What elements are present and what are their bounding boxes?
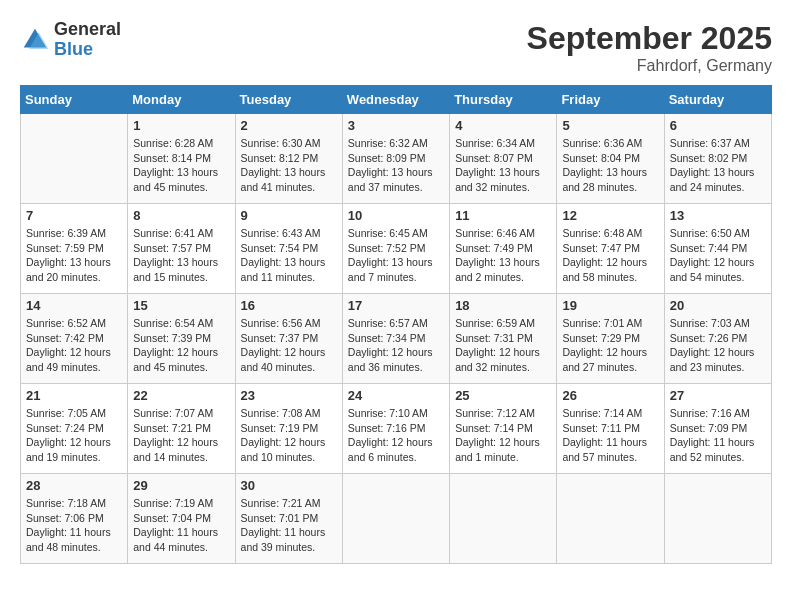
day-number: 8 xyxy=(133,208,229,223)
title-section: September 2025 Fahrdorf, Germany xyxy=(527,20,772,75)
day-info: Sunrise: 6:56 AMSunset: 7:37 PMDaylight:… xyxy=(241,316,337,375)
day-number: 13 xyxy=(670,208,766,223)
calendar-cell: 13Sunrise: 6:50 AMSunset: 7:44 PMDayligh… xyxy=(664,204,771,294)
month-year-title: September 2025 xyxy=(527,20,772,57)
logo: General Blue xyxy=(20,20,121,60)
day-number: 12 xyxy=(562,208,658,223)
calendar-cell xyxy=(342,474,449,564)
day-info: Sunrise: 6:39 AMSunset: 7:59 PMDaylight:… xyxy=(26,226,122,285)
calendar-week-1: 1Sunrise: 6:28 AMSunset: 8:14 PMDaylight… xyxy=(21,114,772,204)
day-number: 26 xyxy=(562,388,658,403)
day-info: Sunrise: 6:46 AMSunset: 7:49 PMDaylight:… xyxy=(455,226,551,285)
calendar-cell: 14Sunrise: 6:52 AMSunset: 7:42 PMDayligh… xyxy=(21,294,128,384)
calendar-cell: 11Sunrise: 6:46 AMSunset: 7:49 PMDayligh… xyxy=(450,204,557,294)
day-number: 5 xyxy=(562,118,658,133)
calendar-header: SundayMondayTuesdayWednesdayThursdayFrid… xyxy=(21,86,772,114)
logo-blue-text: Blue xyxy=(54,40,121,60)
day-info: Sunrise: 6:57 AMSunset: 7:34 PMDaylight:… xyxy=(348,316,444,375)
calendar-table: SundayMondayTuesdayWednesdayThursdayFrid… xyxy=(20,85,772,564)
calendar-cell: 18Sunrise: 6:59 AMSunset: 7:31 PMDayligh… xyxy=(450,294,557,384)
day-number: 25 xyxy=(455,388,551,403)
calendar-cell: 20Sunrise: 7:03 AMSunset: 7:26 PMDayligh… xyxy=(664,294,771,384)
day-info: Sunrise: 7:14 AMSunset: 7:11 PMDaylight:… xyxy=(562,406,658,465)
day-info: Sunrise: 6:28 AMSunset: 8:14 PMDaylight:… xyxy=(133,136,229,195)
calendar-cell: 5Sunrise: 6:36 AMSunset: 8:04 PMDaylight… xyxy=(557,114,664,204)
day-number: 4 xyxy=(455,118,551,133)
weekday-header-wednesday: Wednesday xyxy=(342,86,449,114)
calendar-cell: 30Sunrise: 7:21 AMSunset: 7:01 PMDayligh… xyxy=(235,474,342,564)
calendar-cell xyxy=(557,474,664,564)
day-info: Sunrise: 6:50 AMSunset: 7:44 PMDaylight:… xyxy=(670,226,766,285)
day-info: Sunrise: 7:05 AMSunset: 7:24 PMDaylight:… xyxy=(26,406,122,465)
day-number: 22 xyxy=(133,388,229,403)
day-info: Sunrise: 7:12 AMSunset: 7:14 PMDaylight:… xyxy=(455,406,551,465)
day-info: Sunrise: 7:03 AMSunset: 7:26 PMDaylight:… xyxy=(670,316,766,375)
calendar-cell: 24Sunrise: 7:10 AMSunset: 7:16 PMDayligh… xyxy=(342,384,449,474)
calendar-cell: 21Sunrise: 7:05 AMSunset: 7:24 PMDayligh… xyxy=(21,384,128,474)
day-number: 28 xyxy=(26,478,122,493)
day-number: 18 xyxy=(455,298,551,313)
calendar-cell: 17Sunrise: 6:57 AMSunset: 7:34 PMDayligh… xyxy=(342,294,449,384)
day-number: 14 xyxy=(26,298,122,313)
page-header: General Blue September 2025 Fahrdorf, Ge… xyxy=(20,20,772,75)
day-info: Sunrise: 6:48 AMSunset: 7:47 PMDaylight:… xyxy=(562,226,658,285)
calendar-cell xyxy=(21,114,128,204)
calendar-cell: 12Sunrise: 6:48 AMSunset: 7:47 PMDayligh… xyxy=(557,204,664,294)
calendar-cell: 6Sunrise: 6:37 AMSunset: 8:02 PMDaylight… xyxy=(664,114,771,204)
day-info: Sunrise: 6:34 AMSunset: 8:07 PMDaylight:… xyxy=(455,136,551,195)
calendar-cell: 7Sunrise: 6:39 AMSunset: 7:59 PMDaylight… xyxy=(21,204,128,294)
calendar-cell: 2Sunrise: 6:30 AMSunset: 8:12 PMDaylight… xyxy=(235,114,342,204)
day-number: 11 xyxy=(455,208,551,223)
day-number: 2 xyxy=(241,118,337,133)
calendar-cell: 9Sunrise: 6:43 AMSunset: 7:54 PMDaylight… xyxy=(235,204,342,294)
day-info: Sunrise: 7:16 AMSunset: 7:09 PMDaylight:… xyxy=(670,406,766,465)
day-info: Sunrise: 6:43 AMSunset: 7:54 PMDaylight:… xyxy=(241,226,337,285)
logo-general-text: General xyxy=(54,20,121,40)
day-number: 7 xyxy=(26,208,122,223)
weekday-header-sunday: Sunday xyxy=(21,86,128,114)
day-number: 19 xyxy=(562,298,658,313)
calendar-cell: 22Sunrise: 7:07 AMSunset: 7:21 PMDayligh… xyxy=(128,384,235,474)
calendar-cell: 19Sunrise: 7:01 AMSunset: 7:29 PMDayligh… xyxy=(557,294,664,384)
weekday-header-thursday: Thursday xyxy=(450,86,557,114)
calendar-cell: 3Sunrise: 6:32 AMSunset: 8:09 PMDaylight… xyxy=(342,114,449,204)
calendar-cell: 23Sunrise: 7:08 AMSunset: 7:19 PMDayligh… xyxy=(235,384,342,474)
calendar-week-3: 14Sunrise: 6:52 AMSunset: 7:42 PMDayligh… xyxy=(21,294,772,384)
calendar-cell: 16Sunrise: 6:56 AMSunset: 7:37 PMDayligh… xyxy=(235,294,342,384)
day-info: Sunrise: 6:36 AMSunset: 8:04 PMDaylight:… xyxy=(562,136,658,195)
day-info: Sunrise: 7:01 AMSunset: 7:29 PMDaylight:… xyxy=(562,316,658,375)
day-number: 15 xyxy=(133,298,229,313)
calendar-cell: 8Sunrise: 6:41 AMSunset: 7:57 PMDaylight… xyxy=(128,204,235,294)
day-info: Sunrise: 7:10 AMSunset: 7:16 PMDaylight:… xyxy=(348,406,444,465)
day-number: 1 xyxy=(133,118,229,133)
day-info: Sunrise: 6:54 AMSunset: 7:39 PMDaylight:… xyxy=(133,316,229,375)
day-info: Sunrise: 7:18 AMSunset: 7:06 PMDaylight:… xyxy=(26,496,122,555)
day-info: Sunrise: 7:21 AMSunset: 7:01 PMDaylight:… xyxy=(241,496,337,555)
weekday-header-monday: Monday xyxy=(128,86,235,114)
day-info: Sunrise: 7:08 AMSunset: 7:19 PMDaylight:… xyxy=(241,406,337,465)
day-info: Sunrise: 7:07 AMSunset: 7:21 PMDaylight:… xyxy=(133,406,229,465)
weekday-header-tuesday: Tuesday xyxy=(235,86,342,114)
calendar-week-2: 7Sunrise: 6:39 AMSunset: 7:59 PMDaylight… xyxy=(21,204,772,294)
day-number: 17 xyxy=(348,298,444,313)
calendar-body: 1Sunrise: 6:28 AMSunset: 8:14 PMDaylight… xyxy=(21,114,772,564)
calendar-week-4: 21Sunrise: 7:05 AMSunset: 7:24 PMDayligh… xyxy=(21,384,772,474)
day-info: Sunrise: 6:32 AMSunset: 8:09 PMDaylight:… xyxy=(348,136,444,195)
weekday-header-row: SundayMondayTuesdayWednesdayThursdayFrid… xyxy=(21,86,772,114)
day-number: 30 xyxy=(241,478,337,493)
day-number: 20 xyxy=(670,298,766,313)
calendar-cell: 15Sunrise: 6:54 AMSunset: 7:39 PMDayligh… xyxy=(128,294,235,384)
day-info: Sunrise: 6:59 AMSunset: 7:31 PMDaylight:… xyxy=(455,316,551,375)
day-info: Sunrise: 6:37 AMSunset: 8:02 PMDaylight:… xyxy=(670,136,766,195)
logo-text: General Blue xyxy=(54,20,121,60)
logo-icon xyxy=(20,25,50,55)
calendar-cell xyxy=(450,474,557,564)
weekday-header-saturday: Saturday xyxy=(664,86,771,114)
day-number: 9 xyxy=(241,208,337,223)
location-subtitle: Fahrdorf, Germany xyxy=(527,57,772,75)
calendar-week-5: 28Sunrise: 7:18 AMSunset: 7:06 PMDayligh… xyxy=(21,474,772,564)
calendar-cell xyxy=(664,474,771,564)
day-number: 24 xyxy=(348,388,444,403)
calendar-cell: 1Sunrise: 6:28 AMSunset: 8:14 PMDaylight… xyxy=(128,114,235,204)
calendar-cell: 25Sunrise: 7:12 AMSunset: 7:14 PMDayligh… xyxy=(450,384,557,474)
